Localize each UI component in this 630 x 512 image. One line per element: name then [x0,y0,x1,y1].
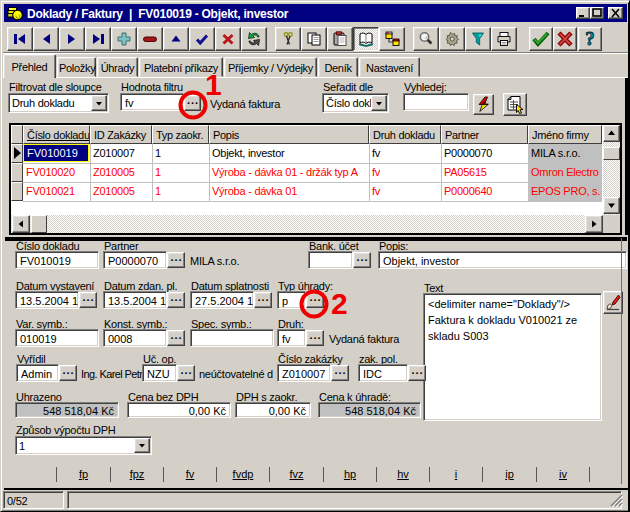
svg-text:2: 2 [331,287,348,320]
svg-text:1: 1 [205,68,222,101]
